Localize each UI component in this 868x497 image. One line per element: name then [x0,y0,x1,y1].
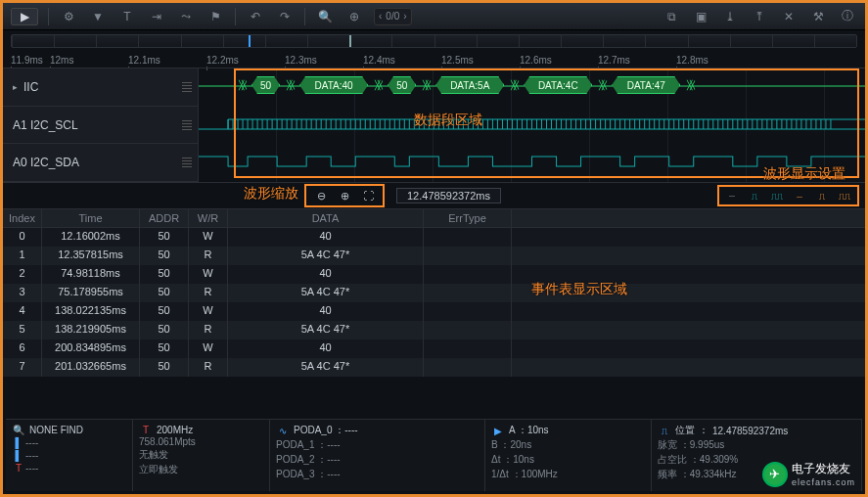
col-time[interactable]: Time [42,209,140,227]
gear-icon[interactable]: ⚙ [59,8,78,25]
cell-wr: R [189,358,228,377]
info-icon[interactable]: ⓘ [838,8,857,25]
zoom-bar: 波形缩放 ⊖ ⊕ ⛶ 12.478592372ms 波形显示设置 ┄ ⎍ ⎍⎍ … [3,183,865,208]
disp-mode-2-icon[interactable]: ⎍ [746,188,763,203]
col-addr[interactable]: ADDR [140,209,189,227]
table-row[interactable]: 112.357815ms50R5A 4C 47* [3,247,865,265]
table-row[interactable]: 274.98118ms50W40 [3,265,865,284]
flag-icon[interactable]: ⚑ [206,8,225,25]
disp-mode-5-icon[interactable]: ⎍ [813,188,831,203]
table-row[interactable]: 375.178955ms50R5A 4C 47* [3,284,865,302]
undo-icon[interactable]: ↶ [246,8,265,25]
cursor-icon[interactable]: ⤳ [176,8,196,25]
event-table: Index Time ADDR W/R DATA ErrType 012.160… [3,208,865,386]
export-icon[interactable]: ▣ [691,8,710,25]
cell-data: 40 [228,265,424,284]
drag-grip-icon[interactable] [182,158,192,167]
drag-grip-icon[interactable] [182,120,192,130]
time-ruler: 11.9ms 12ms 12.1ms 12.2ms 12.3ms 12.4ms … [3,52,865,68]
separator [48,8,49,25]
chevron-right-icon[interactable]: › [403,11,406,22]
chevron-left-icon[interactable]: ‹ [379,11,382,22]
measure-icon[interactable]: ⇥ [147,8,166,25]
open-icon[interactable]: ⤒ [750,8,769,25]
memory-depth: 758.061Mpts [139,436,263,447]
poda1: PODA_1 ：---- [276,438,479,452]
cell-data: 40 [228,228,424,247]
marker-b-icon[interactable]: ▌ [12,449,25,461]
col-wr[interactable]: W/R [189,209,228,227]
search-icon[interactable]: 🔍 [12,424,25,435]
channel-iic[interactable]: ▸ IIC [3,68,198,107]
cell-index: 3 [3,284,42,302]
cell-index: 2 [3,265,42,284]
data-segment-label: 数据段区域 [414,112,482,129]
save-icon[interactable]: ⤓ [720,8,740,25]
table-row[interactable]: 5138.219905ms50R5A 4C 47* [3,321,865,339]
zoom-in-icon[interactable]: ⊕ [344,8,364,25]
poda0: PODA_0 ：---- [294,424,358,437]
redo-icon[interactable]: ↷ [275,8,295,25]
zoom-in-icon[interactable]: ⊕ [336,187,353,204]
pulse-icon[interactable]: ⎍ [658,425,671,436]
run-button[interactable]: ▶ [11,8,38,25]
event-table-body[interactable]: 012.16002ms50W40112.357815ms50R5A 4C 47*… [3,228,865,386]
search-icon[interactable]: 🔍 [315,8,335,25]
cell-index: 6 [3,339,42,358]
watermark: ✈ 电子发烧友 elecfans.com [762,461,855,487]
zoom-out-icon[interactable]: ⊖ [312,187,330,204]
wave-icon[interactable]: ∿ [276,425,290,436]
zoom-controls: ⊖ ⊕ ⛶ [304,184,385,207]
table-row[interactable]: 7201.032665ms50R5A 4C 47* [3,358,865,377]
cell-wr: W [189,228,228,247]
ruler-tick: 12.2ms [206,55,285,66]
marker-a-icon[interactable]: ▌ [12,436,25,448]
search-counter: 0/0 [386,11,399,22]
table-row[interactable]: 6200.834895ms50W40 [3,339,865,358]
col-index[interactable]: Index [3,209,42,227]
cell-wr: W [189,339,228,358]
overview-marker-b[interactable] [349,35,351,47]
ruler-tick: 12.5ms [441,55,520,66]
text-tool-icon[interactable]: T [117,8,137,25]
cell-data: 5A 4C 47* [228,358,424,377]
trigger-t-icon[interactable]: T [12,462,25,474]
trigger-mode: 无触发 [139,448,263,462]
cell-index: 4 [3,302,42,321]
disp-mode-1-icon[interactable]: ┄ [723,188,741,203]
ruler-tick: 12.7ms [598,55,676,66]
pulse-width: 9.995us [690,439,725,450]
col-data[interactable]: DATA [228,209,424,227]
table-row[interactable]: 4138.022135ms50W40 [3,302,865,321]
table-row[interactable]: 012.16002ms50W40 [3,228,865,247]
cell-index: 7 [3,358,42,377]
separator [304,8,305,25]
disp-mode-6-icon[interactable]: ⎍⎍ [836,188,853,203]
inv-delta-t: 1/Δt ：100MHz [491,468,645,481]
cell-index: 5 [3,321,42,339]
col-err[interactable]: ErrType [424,209,512,227]
overview-strip[interactable] [11,34,857,48]
trigger-icon[interactable]: ▼ [88,8,108,25]
settings-icon[interactable]: ⚒ [808,8,828,25]
cell-data: 40 [228,339,424,358]
event-table-header: Index Time ADDR W/R DATA ErrType [3,209,865,228]
channel-sda[interactable]: A0 I2C_SDA [3,144,198,182]
overview-marker-a[interactable] [249,35,251,47]
tools-icon[interactable]: ✕ [779,8,799,25]
cursor-icon[interactable]: ▶ [491,425,505,436]
pw-label: 脉宽 [658,439,677,450]
screenshot-icon[interactable]: ⧉ [662,8,681,25]
fit-screen-icon[interactable]: ⛶ [359,187,377,204]
disp-mode-4-icon[interactable]: ⏤ [791,188,808,203]
expand-icon[interactable]: ▸ [13,82,18,92]
search-nav[interactable]: ‹ 0/0 › [374,8,412,25]
cell-addr: 50 [140,284,189,302]
main-toolbar: ▶ ⚙ ▼ T ⇥ ⤳ ⚑ ↶ ↷ 🔍 ⊕ ‹ 0/0 › ⧉ ▣ ⤓ ⤒ ✕ … [3,3,865,30]
disp-mode-3-icon[interactable]: ⎍⎍ [768,188,786,203]
drag-grip-icon[interactable] [182,82,192,92]
trigger-t-icon[interactable]: T [139,424,153,435]
waveform-area: ▸ IIC A1 I2C_SCL A0 I2C_SDA 50 DATA:40 [3,68,865,183]
channel-scl[interactable]: A1 I2C_SCL [3,107,198,145]
ruler-tick: 12.8ms [676,55,754,66]
